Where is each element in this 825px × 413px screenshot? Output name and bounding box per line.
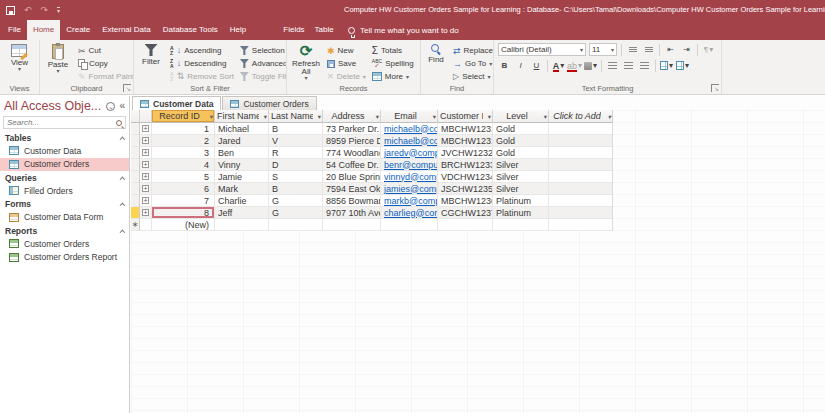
cell-level[interactable]: Gold xyxy=(493,123,549,135)
search-input[interactable] xyxy=(7,118,113,127)
cell-email[interactable] xyxy=(381,219,438,231)
expand-row-button[interactable]: + xyxy=(140,147,152,159)
cell-click-to-add[interactable] xyxy=(549,207,613,219)
cell-record-id[interactable]: 7 xyxy=(152,195,215,207)
cell-email-link[interactable]: vinnyd@comp xyxy=(381,171,438,183)
column-dropdown-icon[interactable]: ▾ xyxy=(376,113,379,121)
cell-first-name[interactable] xyxy=(215,219,269,231)
tab-file[interactable]: File xyxy=(2,20,27,40)
go-to-button[interactable]: → Go To ▾ xyxy=(451,57,494,70)
advanced-button[interactable]: Advanced ▾ xyxy=(238,57,287,70)
delete-record-button[interactable]: ✕ Delete ▾ xyxy=(325,70,368,83)
nav-pane-header[interactable]: All Access Obje... ⌄ « xyxy=(0,96,129,115)
bullets-button[interactable] xyxy=(626,43,639,56)
nav-item-customer-orders[interactable]: Customer Orders xyxy=(0,158,129,172)
ascending-button[interactable]: AZ↓ Ascending xyxy=(168,44,236,57)
cell-click-to-add[interactable] xyxy=(549,159,613,171)
new-record-selector[interactable]: ∗ xyxy=(131,219,140,231)
font-name-combobox[interactable]: Calibri (Detail) ▾ xyxy=(498,43,586,56)
shutter-close-icon[interactable]: « xyxy=(119,101,125,111)
more-button[interactable]: More ▾ xyxy=(370,70,416,83)
column-dropdown-icon[interactable]: ▾ xyxy=(544,113,547,121)
cell-address[interactable]: 54 Coffee Dr. E xyxy=(323,159,381,171)
cell-click-to-add[interactable] xyxy=(549,171,613,183)
cell-level[interactable]: Gold xyxy=(493,147,549,159)
column-dropdown-icon[interactable]: ▾ xyxy=(608,113,611,121)
cell-first-name[interactable]: Jared xyxy=(215,135,269,147)
column-header-click-to-add[interactable]: Click to Add ▾ xyxy=(549,110,613,123)
row-selector[interactable] xyxy=(131,207,140,219)
row-selector[interactable] xyxy=(131,171,140,183)
tab-external-data[interactable]: External Data xyxy=(96,20,156,40)
clipboard-dialog-launcher-icon[interactable]: ↘ xyxy=(123,84,131,92)
new-record-row[interactable]: ∗ (New) xyxy=(131,219,613,231)
tab-home[interactable]: Home xyxy=(27,20,60,40)
bold-button[interactable]: B xyxy=(498,59,511,72)
cut-button[interactable]: ✂ Cut xyxy=(76,44,134,57)
cell-level[interactable] xyxy=(493,219,549,231)
nav-section-forms[interactable]: Forms xyxy=(0,198,129,211)
column-dropdown-icon[interactable]: ▾ xyxy=(488,113,491,121)
align-center-button[interactable] xyxy=(622,59,635,72)
cell-last-name[interactable]: S xyxy=(269,171,323,183)
cell-first-name[interactable]: Mark xyxy=(215,183,269,195)
cell-last-name[interactable] xyxy=(269,219,323,231)
cell-address[interactable]: 774 Woodland xyxy=(323,147,381,159)
align-right-button[interactable] xyxy=(638,59,651,72)
cell-click-to-add[interactable] xyxy=(549,135,613,147)
cell-email-link[interactable]: michaelb@com xyxy=(381,123,438,135)
descending-button[interactable]: ZA↓ Descending xyxy=(168,57,236,70)
nav-search-box[interactable] xyxy=(3,116,126,129)
select-button[interactable]: ▷ Select ▾ xyxy=(451,70,494,83)
cell-first-name[interactable]: Charlie xyxy=(215,195,269,207)
nav-section-reports[interactable]: Reports xyxy=(0,224,129,237)
cell-level[interactable]: Gold xyxy=(493,135,549,147)
underline-button[interactable]: U xyxy=(530,59,543,72)
column-header-email[interactable]: Email ▾ xyxy=(381,110,438,123)
row-selector[interactable] xyxy=(131,159,140,171)
expand-row-button[interactable]: + xyxy=(140,135,152,147)
cell-record-id[interactable]: 2 xyxy=(152,135,215,147)
cell-email-link[interactable]: jamies@comp xyxy=(381,183,438,195)
cell-level[interactable]: Platinum xyxy=(493,195,549,207)
row-selector[interactable] xyxy=(131,135,140,147)
cell-customer-id[interactable]: BRCHW1233 xyxy=(438,159,493,171)
column-header-customer-id[interactable]: Customer ID ▾ xyxy=(438,110,493,123)
cell-customer-id[interactable]: JVCHW1232 xyxy=(438,147,493,159)
nav-item-customer-orders-report1[interactable]: Customer Orders xyxy=(0,237,129,251)
cell-last-name[interactable]: D xyxy=(269,159,323,171)
alternate-row-color-button[interactable]: ▾ xyxy=(676,59,689,72)
cell-last-name[interactable]: B xyxy=(269,183,323,195)
expand-row-button[interactable]: + xyxy=(140,183,152,195)
cell-last-name[interactable]: G xyxy=(269,195,323,207)
filter-button[interactable]: Filter xyxy=(136,42,166,84)
select-all-corner[interactable] xyxy=(131,110,140,123)
expand-row-button[interactable]: + xyxy=(140,171,152,183)
column-header-first-name[interactable]: First Name ▾ xyxy=(215,110,269,123)
document-tab-customer-orders[interactable]: Customer Orders xyxy=(222,96,316,110)
nav-item-customer-orders-report2[interactable]: Customer Orders Report xyxy=(0,251,129,265)
column-header-level[interactable]: Level ▾ xyxy=(493,110,549,123)
tab-database-tools[interactable]: Database Tools xyxy=(157,20,224,40)
save-record-button[interactable]: Save xyxy=(325,57,368,70)
cell-customer-id[interactable] xyxy=(438,219,493,231)
cell-customer-id[interactable]: JSCHW1235 xyxy=(438,183,493,195)
spelling-button[interactable]: ABC✓ Spelling xyxy=(370,57,416,70)
cell-address[interactable]: 8959 Pierce Dr. xyxy=(323,135,381,147)
cell-customer-id[interactable]: CGCHW1237 xyxy=(438,207,493,219)
tab-fields[interactable]: Fields xyxy=(279,20,308,40)
cell-customer-id[interactable]: MBCHW1236 xyxy=(438,195,493,207)
nav-item-filled-orders[interactable]: Filled Orders xyxy=(0,184,129,198)
increase-indent-button[interactable]: ⇥ xyxy=(680,43,693,56)
save-icon[interactable] xyxy=(6,6,15,15)
expand-row-button[interactable]: + xyxy=(140,195,152,207)
nav-section-tables[interactable]: Tables xyxy=(0,131,129,144)
selection-button[interactable]: Selection ▾ xyxy=(238,44,287,57)
cell-last-name[interactable]: R xyxy=(269,147,323,159)
cell-email-link[interactable]: michaelb@com xyxy=(381,135,438,147)
cell-record-id[interactable]: 3 xyxy=(152,147,215,159)
cell-first-name[interactable]: Jamie xyxy=(215,171,269,183)
nav-menu-icon[interactable]: ⌄ xyxy=(106,102,115,111)
cell-record-id[interactable]: 4 xyxy=(152,159,215,171)
column-dropdown-icon[interactable]: ▾ xyxy=(264,113,267,121)
